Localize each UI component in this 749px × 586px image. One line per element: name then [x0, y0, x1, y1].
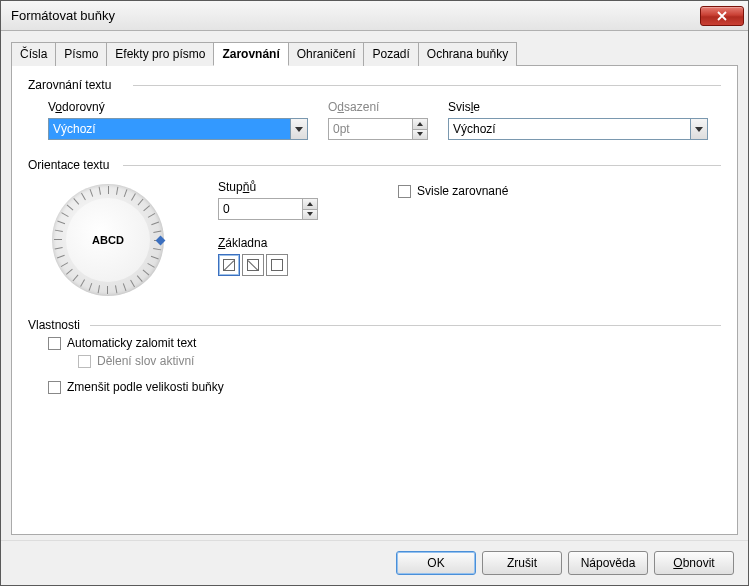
refedge-label: Základna — [218, 236, 318, 250]
hyphen-checkbox-row: Dělení slov aktivní — [28, 354, 721, 368]
stacked-checkbox[interactable] — [398, 185, 411, 198]
refedge-lower[interactable] — [218, 254, 240, 276]
refedge-upper-icon — [247, 259, 259, 271]
tab-panel: Zarovnání textu Vodorovný Výchozí Odsaze… — [11, 65, 738, 535]
hyphen-checkbox — [78, 355, 91, 368]
degrees-spin-down[interactable] — [303, 210, 317, 220]
indent-spinner: 0pt — [328, 118, 428, 140]
vertical-combo[interactable]: Výchozí — [448, 118, 708, 140]
group-properties-label: Vlastnosti — [28, 318, 721, 332]
orientation-row: ABCD Stupňů 0 — [28, 180, 721, 300]
close-button[interactable] — [700, 6, 744, 26]
horizontal-combo-button[interactable] — [290, 118, 308, 140]
chevron-down-icon — [695, 127, 703, 132]
wrap-checkbox[interactable] — [48, 337, 61, 350]
tabstrip: Čísla Písmo Efekty pro písmo Zarovnání O… — [11, 41, 738, 65]
ok-button[interactable]: OK — [396, 551, 476, 575]
tab-background[interactable]: Pozadí — [363, 42, 418, 66]
horizontal-combo-value: Výchozí — [48, 118, 290, 140]
button-bar: OK Zrušit Nápověda Obnovit — [1, 540, 748, 585]
tab-alignment[interactable]: Zarovnání — [213, 42, 288, 66]
shrink-checkbox-row[interactable]: Zmenšit podle velikosti buňky — [28, 380, 721, 394]
horizontal-combo[interactable]: Výchozí — [48, 118, 308, 140]
alignment-row: Vodorovný Výchozí Odsazení 0pt — [28, 100, 721, 140]
shrink-checkbox[interactable] — [48, 381, 61, 394]
refedge-upper[interactable] — [242, 254, 264, 276]
titlebar: Formátovat buňky — [1, 1, 748, 31]
indent-spin-down — [413, 130, 427, 140]
indent-value: 0pt — [328, 118, 412, 140]
cancel-button[interactable]: Zrušit — [482, 551, 562, 575]
refedge-lower-icon — [223, 259, 235, 271]
stacked-label: Svisle zarovnané — [417, 184, 508, 198]
close-icon — [717, 11, 727, 21]
dialog-content: Čísla Písmo Efekty pro písmo Zarovnání O… — [1, 31, 748, 540]
chevron-up-icon — [417, 122, 423, 126]
dial-text: ABCD — [66, 198, 150, 282]
group-text-alignment-label: Zarovnání textu — [28, 78, 721, 92]
tab-borders[interactable]: Ohraničení — [288, 42, 365, 66]
chevron-down-icon — [307, 212, 313, 216]
group-orientation-label: Orientace textu — [28, 158, 721, 172]
shrink-label: Zmenšit podle velikosti buňky — [67, 380, 224, 394]
chevron-up-icon — [307, 202, 313, 206]
tab-font-effects[interactable]: Efekty pro písmo — [106, 42, 214, 66]
reset-button[interactable]: Obnovit — [654, 551, 734, 575]
rotation-dial[interactable]: ABCD — [48, 180, 168, 300]
degrees-spinner[interactable]: 0 — [218, 198, 318, 220]
help-button[interactable]: Nápověda — [568, 551, 648, 575]
vertical-combo-value: Výchozí — [448, 118, 690, 140]
stacked-checkbox-row[interactable]: Svisle zarovnané — [398, 184, 508, 198]
degrees-label: Stupňů — [218, 180, 318, 194]
tab-font[interactable]: Písmo — [55, 42, 107, 66]
hyphen-label: Dělení slov aktivní — [97, 354, 194, 368]
degrees-spin-up[interactable] — [303, 199, 317, 210]
chevron-down-icon — [295, 127, 303, 132]
chevron-down-icon — [417, 132, 423, 136]
refedge-buttons — [218, 254, 318, 276]
dialog-window: Formátovat buňky Čísla Písmo Efekty pro … — [0, 0, 749, 586]
tab-protection[interactable]: Ochrana buňky — [418, 42, 517, 66]
wrap-checkbox-row[interactable]: Automaticky zalomit text — [28, 336, 721, 350]
window-title: Formátovat buňky — [11, 8, 700, 23]
tab-numbers[interactable]: Čísla — [11, 42, 56, 66]
indent-spin-up — [413, 119, 427, 130]
degrees-value[interactable]: 0 — [218, 198, 302, 220]
refedge-inside[interactable] — [266, 254, 288, 276]
refedge-inside-icon — [271, 259, 283, 271]
horizontal-label: Vodorovný — [48, 100, 308, 114]
vertical-combo-button[interactable] — [690, 118, 708, 140]
vertical-label: Svisle — [448, 100, 708, 114]
indent-label: Odsazení — [328, 100, 428, 114]
wrap-label: Automaticky zalomit text — [67, 336, 196, 350]
